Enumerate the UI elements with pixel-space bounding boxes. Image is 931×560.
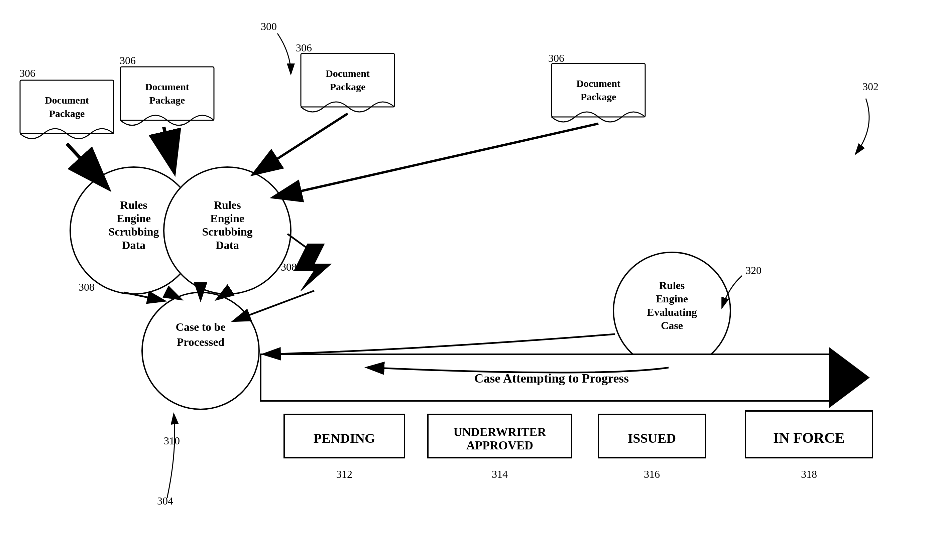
case-to-be-processed-line2: Processed bbox=[177, 336, 225, 348]
rules-engine-eval-line2: Engine bbox=[656, 293, 688, 305]
ref-318: 318 bbox=[801, 468, 817, 480]
underwriter-label: UNDERWRITER bbox=[454, 425, 547, 439]
doc-package-3-label2: Package bbox=[330, 81, 366, 92]
lightning-bolt bbox=[294, 244, 331, 291]
svg-rect-6 bbox=[552, 63, 645, 117]
ref-312: 312 bbox=[336, 468, 352, 480]
issued-label: ISSUED bbox=[628, 431, 676, 446]
svg-line-16 bbox=[234, 291, 314, 321]
rules-engine-scrubbing-2-line3: Scrubbing bbox=[202, 226, 253, 238]
doc-package-1-label2: Package bbox=[49, 108, 85, 119]
ref-306a: 306 bbox=[19, 67, 35, 79]
doc-package-3-label: Document bbox=[325, 68, 370, 79]
ref-300: 300 bbox=[261, 20, 277, 32]
approved-label: APPROVED bbox=[466, 439, 533, 452]
svg-rect-3 bbox=[20, 80, 114, 134]
rules-engine-scrubbing-2-line4: Data bbox=[216, 239, 239, 251]
rules-engine-eval-line4: Case bbox=[661, 319, 683, 331]
ref-308a: 308 bbox=[281, 261, 297, 273]
svg-rect-5 bbox=[301, 54, 395, 107]
rules-engine-scrubbing-1-line1: Rules bbox=[120, 199, 147, 211]
ref-306d: 306 bbox=[548, 52, 564, 64]
rules-engine-eval-line3: Evaluating bbox=[647, 306, 697, 318]
svg-rect-4 bbox=[120, 67, 214, 120]
doc-package-4-label: Document bbox=[576, 78, 620, 89]
rules-engine-eval-line1: Rules bbox=[659, 279, 684, 291]
in-force-label: IN FORCE bbox=[773, 430, 845, 446]
rules-engine-scrubbing-1-line3: Scrubbing bbox=[108, 226, 159, 238]
rules-engine-scrubbing-1-line2: Engine bbox=[117, 212, 151, 225]
doc-package-4-label2: Package bbox=[581, 91, 617, 102]
rules-engine-scrubbing-2-line1: Rules bbox=[214, 199, 241, 211]
doc-package-1-label: Document bbox=[45, 95, 89, 106]
ref-314: 314 bbox=[492, 468, 508, 480]
case-to-be-processed-line1: Case to be bbox=[176, 321, 225, 333]
svg-line-14 bbox=[274, 124, 598, 197]
doc-package-2-label2: Package bbox=[150, 95, 185, 106]
doc-package-2-label: Document bbox=[145, 81, 189, 92]
ref-302: 302 bbox=[862, 80, 879, 92]
rules-engine-scrubbing-2-line2: Engine bbox=[210, 212, 244, 225]
ref-308b: 308 bbox=[79, 281, 95, 293]
ref-316: 316 bbox=[644, 468, 660, 480]
ref-306b: 306 bbox=[120, 54, 136, 66]
ref-304: 304 bbox=[157, 495, 173, 507]
svg-point-9 bbox=[142, 292, 259, 409]
pending-label: PENDING bbox=[314, 431, 375, 446]
svg-line-13 bbox=[254, 114, 348, 174]
svg-line-11 bbox=[67, 144, 107, 187]
progress-arrow-head bbox=[829, 348, 869, 408]
ref-310: 310 bbox=[164, 435, 180, 447]
rules-engine-scrubbing-1-line4: Data bbox=[122, 239, 145, 251]
ref-320: 320 bbox=[746, 264, 761, 276]
ref-306c: 306 bbox=[296, 42, 312, 54]
svg-line-12 bbox=[164, 127, 174, 171]
svg-line-18 bbox=[167, 292, 180, 299]
